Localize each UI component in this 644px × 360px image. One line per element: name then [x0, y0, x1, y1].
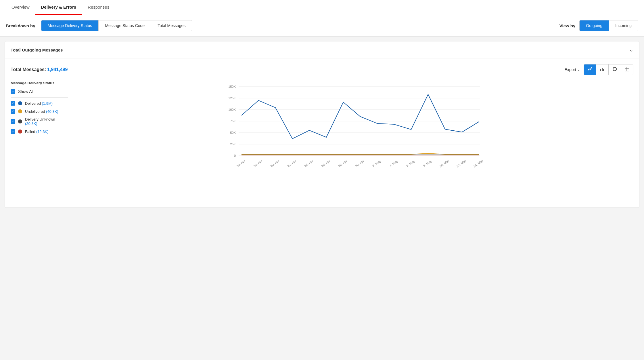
svg-point-4 [614, 68, 616, 70]
delivered-dot [18, 101, 22, 105]
delivered-checkbox[interactable]: ✓ [11, 101, 15, 106]
svg-text:16. Apr: 16. Apr [236, 159, 246, 168]
chart-view-donut[interactable] [609, 64, 621, 75]
delivery-unknown-label: Delivery Unknown (20.8K) [25, 117, 68, 126]
svg-text:50K: 50K [230, 131, 236, 134]
failed-dot [18, 129, 22, 134]
svg-text:22. Apr: 22. Apr [287, 159, 297, 168]
btn-outgoing[interactable]: Outgoing [580, 20, 609, 31]
svg-text:8. May: 8. May [423, 159, 432, 167]
toolbar: Breakdown by Message Delivery Status Mes… [0, 15, 644, 37]
delivered-count: (1.9M) [42, 101, 53, 106]
total-messages-label: Total Messages: [11, 67, 46, 72]
btn-total-messages[interactable]: Total Messages [151, 20, 192, 31]
legend-show-all-item[interactable]: ✓ Show All [11, 89, 68, 98]
svg-rect-1 [602, 68, 603, 71]
svg-text:125K: 125K [228, 96, 236, 100]
chart-area: 150K 125K 100K 75K 50K 25K 0 [74, 81, 633, 202]
tab-overview[interactable]: Overview [6, 0, 35, 15]
svg-text:2. May: 2. May [372, 159, 382, 167]
svg-text:0: 0 [234, 154, 236, 157]
svg-text:28. Apr: 28. Apr [338, 159, 348, 168]
delivered-label: Delivered (1.9M) [25, 101, 53, 106]
total-messages-value: 1,941,499 [47, 67, 68, 72]
card-title: Total Outgoing Messages [11, 47, 63, 52]
main-card: Total Outgoing Messages ⌄ Total Messages… [5, 41, 639, 208]
legend-item-undelivered[interactable]: ✓ Undelivered (40.3K) [11, 109, 68, 114]
svg-text:12. May: 12. May [456, 159, 467, 168]
delivery-unknown-count: (20.8K) [25, 121, 37, 126]
legend-item-delivered[interactable]: ✓ Delivered (1.9M) [11, 101, 68, 106]
card-body: Total Messages: 1,941,499 Export ⌄ [5, 58, 639, 207]
chart-view-bar[interactable] [596, 64, 609, 75]
chart-view-table[interactable] [621, 64, 633, 75]
svg-text:18. Apr: 18. Apr [253, 159, 263, 168]
failed-checkbox[interactable]: ✓ [11, 129, 15, 134]
delivered-line [241, 94, 479, 139]
tab-responses[interactable]: Responses [82, 0, 115, 15]
export-button[interactable]: Export ⌄ [565, 67, 580, 72]
undelivered-line [241, 153, 479, 155]
show-all-label: Show All [18, 89, 34, 94]
tab-delivery-errors[interactable]: Delivery & Errors [35, 0, 82, 15]
svg-rect-0 [600, 69, 601, 71]
main-content: Total Outgoing Messages ⌄ Total Messages… [0, 37, 644, 217]
undelivered-label: Undelivered (40.3K) [25, 109, 58, 114]
undelivered-count: (40.3K) [46, 109, 58, 114]
chart-topbar: Total Messages: 1,941,499 Export ⌄ [11, 64, 633, 75]
delivery-unknown-dot [18, 119, 22, 123]
svg-rect-5 [625, 67, 629, 71]
svg-text:26. Apr: 26. Apr [321, 159, 331, 168]
undelivered-dot [18, 109, 22, 113]
svg-text:100K: 100K [228, 108, 236, 111]
delivery-unknown-checkbox[interactable]: ✓ [11, 119, 15, 124]
card-header[interactable]: Total Outgoing Messages ⌄ [5, 41, 639, 58]
svg-text:14. May: 14. May [473, 159, 484, 168]
viewby-label: View by [559, 23, 576, 28]
svg-text:30. Apr: 30. Apr [354, 159, 365, 168]
svg-rect-2 [603, 69, 604, 71]
view-by-section: View by Outgoing Incoming [559, 20, 638, 31]
svg-text:10. May: 10. May [439, 159, 450, 168]
export-label: Export [565, 67, 576, 72]
line-chart-svg: 150K 125K 100K 75K 50K 25K 0 [74, 81, 633, 202]
show-all-checkbox[interactable]: ✓ [11, 89, 15, 94]
btn-message-delivery-status[interactable]: Message Delivery Status [41, 20, 99, 31]
chevron-down-icon: ⌄ [629, 47, 633, 53]
svg-text:75K: 75K [230, 119, 236, 123]
undelivered-checkbox[interactable]: ✓ [11, 109, 15, 114]
legend-title: Message Delivery Status [11, 81, 68, 85]
top-tabs-bar: Overview Delivery & Errors Responses [0, 0, 644, 15]
btn-message-status-code[interactable]: Message Status Code [99, 20, 151, 31]
breakdown-label: Breakdown by [6, 23, 35, 28]
svg-text:4. May: 4. May [389, 159, 398, 167]
chart-controls: Export ⌄ [565, 64, 633, 75]
svg-text:150K: 150K [228, 85, 236, 88]
failed-count: (12.3K) [36, 129, 49, 134]
chart-content: Message Delivery Status ✓ Show All ✓ Del… [11, 81, 633, 202]
total-messages-display: Total Messages: 1,941,499 [11, 67, 68, 72]
chart-view-buttons [584, 64, 633, 75]
legend: Message Delivery Status ✓ Show All ✓ Del… [11, 81, 68, 202]
failed-label: Failed (12.3K) [25, 129, 49, 134]
btn-incoming[interactable]: Incoming [609, 20, 638, 31]
svg-text:25K: 25K [230, 142, 236, 146]
legend-item-delivery-unknown[interactable]: ✓ Delivery Unknown (20.8K) [11, 117, 68, 126]
breakdown-btn-group: Message Delivery Status Message Status C… [41, 20, 192, 31]
legend-item-failed[interactable]: ✓ Failed (12.3K) [11, 129, 68, 134]
svg-text:6. May: 6. May [406, 159, 415, 167]
export-chevron-icon: ⌄ [577, 68, 580, 72]
svg-text:24. Apr: 24. Apr [304, 159, 314, 168]
chart-view-line[interactable] [584, 64, 596, 75]
svg-text:20. Apr: 20. Apr [270, 159, 280, 168]
viewby-btn-group: Outgoing Incoming [579, 20, 638, 31]
